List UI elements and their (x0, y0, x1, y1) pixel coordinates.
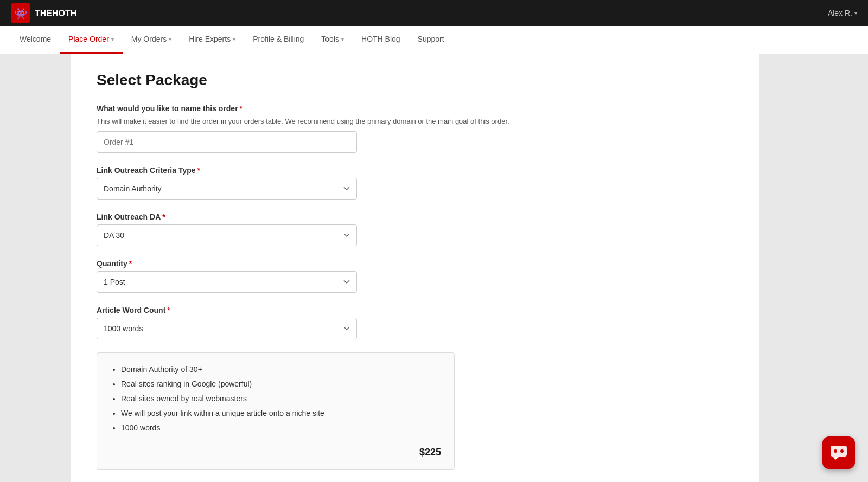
page-layout: Select Package What would you like to na… (0, 54, 868, 482)
nav-welcome[interactable]: Welcome (11, 26, 60, 54)
word-count-required: * (167, 306, 170, 314)
info-bullets-list: Domain Authority of 30+ Real sites ranki… (110, 364, 441, 434)
link-outreach-da-select[interactable]: DA 20 DA 30 DA 40 DA 50 DA 60 (97, 224, 357, 246)
order-name-input[interactable] (97, 131, 357, 153)
nav-place-order[interactable]: Place Order ▾ (60, 26, 123, 54)
my-orders-chevron: ▾ (169, 36, 171, 42)
link-outreach-criteria-select[interactable]: Domain Authority Traffic Topical Relevan… (97, 178, 357, 200)
order-name-group: What would you like to name this order* … (97, 104, 733, 153)
main-content: Select Package What would you like to na… (71, 54, 760, 482)
svg-point-5 (840, 449, 844, 453)
nav-hoth-blog[interactable]: HOTH Blog (353, 26, 409, 54)
svg-text:👾: 👾 (14, 7, 28, 20)
word-count-label: Article Word Count* (97, 306, 733, 314)
quantity-label: Quantity* (97, 259, 733, 268)
info-bullet-4: We will post your link within a unique a… (121, 408, 441, 419)
link-outreach-da-label: Link Outreach DA* (97, 213, 733, 221)
order-name-label: What would you like to name this order* (97, 104, 733, 113)
link-outreach-da-group: Link Outreach DA* DA 20 DA 30 DA 40 DA 5… (97, 213, 733, 246)
quantity-select[interactable]: 1 Post 2 Posts 3 Posts 5 Posts 10 Posts (97, 271, 357, 293)
svg-text:THEHOTH: THEHOTH (35, 9, 76, 18)
main-nav: Welcome Place Order ▾ My Orders ▾ Hire E… (0, 26, 868, 54)
info-bullet-3: Real sites owned by real webmasters (121, 393, 441, 404)
place-order-chevron: ▾ (111, 36, 114, 42)
logo-icon: 👾 (11, 3, 30, 23)
svg-point-4 (834, 449, 837, 453)
criteria-required: * (197, 166, 200, 175)
quantity-required: * (129, 259, 132, 268)
da-required: * (162, 213, 165, 221)
logo-text: THEHOTH (35, 8, 78, 18)
word-count-group: Article Word Count* 500 words 750 words … (97, 306, 733, 339)
info-box: Domain Authority of 30+ Real sites ranki… (97, 352, 455, 470)
nav-tools[interactable]: Tools ▾ (312, 26, 353, 54)
quantity-group: Quantity* 1 Post 2 Posts 3 Posts 5 Posts… (97, 259, 733, 293)
order-name-hint: This will make it easier to find the ord… (97, 116, 733, 127)
user-menu[interactable]: Alex R. ▾ (828, 9, 857, 17)
sidebar-left (0, 54, 71, 482)
user-name: Alex R. (828, 9, 852, 17)
info-bullet-5: 1000 words (121, 422, 441, 434)
link-outreach-criteria-label: Link Outreach Criteria Type* (97, 166, 733, 175)
logo[interactable]: 👾 THEHOTH (11, 3, 78, 23)
chat-icon (830, 445, 847, 460)
nav-support[interactable]: Support (409, 26, 453, 54)
nav-my-orders[interactable]: My Orders ▾ (123, 26, 180, 54)
hire-experts-chevron: ▾ (233, 36, 235, 42)
tools-chevron: ▾ (341, 36, 344, 42)
info-bullet-2: Real sites ranking in Google (powerful) (121, 378, 441, 390)
chat-widget[interactable] (822, 436, 855, 469)
page-title: Select Package (97, 72, 733, 89)
nav-profile-billing[interactable]: Profile & Billing (244, 26, 312, 54)
svg-rect-3 (831, 446, 847, 457)
price-display: $225 (110, 447, 441, 458)
word-count-select[interactable]: 500 words 750 words 1000 words 1500 word… (97, 318, 357, 339)
order-name-required: * (240, 104, 242, 113)
nav-hire-experts[interactable]: Hire Experts ▾ (180, 26, 244, 54)
info-bullet-1: Domain Authority of 30+ (121, 364, 441, 375)
topbar: 👾 THEHOTH Alex R. ▾ (0, 0, 868, 26)
sidebar-right (760, 54, 868, 482)
link-outreach-criteria-group: Link Outreach Criteria Type* Domain Auth… (97, 166, 733, 200)
user-chevron: ▾ (854, 10, 857, 16)
